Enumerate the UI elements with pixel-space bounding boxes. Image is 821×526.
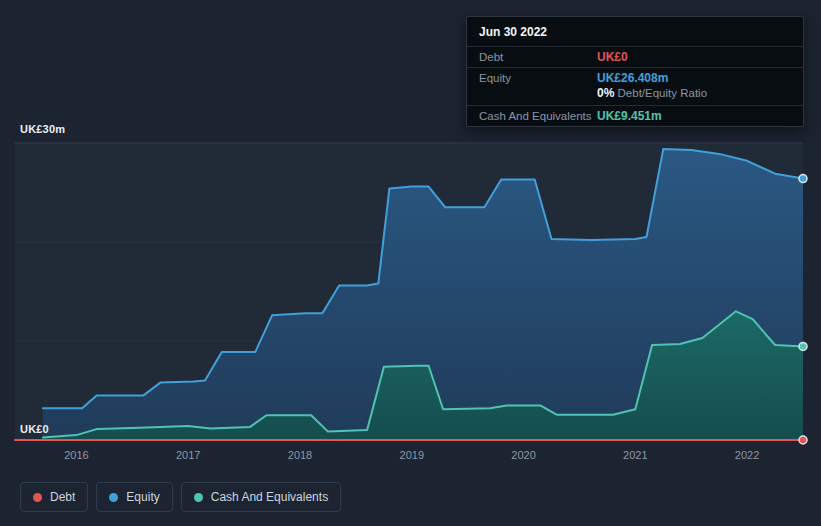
x-tick-label-2021: 2021 bbox=[613, 449, 657, 461]
tooltip-cash-value: UK£9.451m bbox=[597, 109, 791, 123]
cash-and-equivalents-dot-icon bbox=[194, 493, 203, 502]
x-tick-label-2016: 2016 bbox=[54, 449, 98, 461]
debt-equity-history-chart: UK£30m UK£0 2016201720182019202020212022… bbox=[0, 0, 821, 526]
tooltip-row-cash: Cash And Equivalents UK£9.451m bbox=[467, 105, 803, 126]
tooltip-debt-value: UK£0 bbox=[597, 50, 791, 64]
debt-dot-icon bbox=[33, 493, 42, 502]
equity-end-marker[interactable] bbox=[799, 175, 807, 183]
y-axis-zero-label: UK£0 bbox=[20, 423, 49, 435]
tooltip-debt-equity-ratio: 0% Debt/Equity Ratio bbox=[597, 85, 791, 102]
tooltip-date: Jun 30 2022 bbox=[467, 17, 803, 46]
x-tick-label-2022: 2022 bbox=[725, 449, 769, 461]
x-tick-label-2017: 2017 bbox=[166, 449, 210, 461]
legend-item-cash-and-equivalents[interactable]: Cash And Equivalents bbox=[181, 482, 341, 512]
equity-dot-icon bbox=[109, 493, 118, 502]
chart-tooltip: Jun 30 2022 Debt UK£0 Equity UK£26.408m … bbox=[466, 16, 804, 127]
x-tick-label-2018: 2018 bbox=[278, 449, 322, 461]
legend-label: Equity bbox=[126, 490, 159, 504]
debt-end-marker[interactable] bbox=[799, 436, 807, 444]
chart-legend: DebtEquityCash And Equivalents bbox=[20, 482, 341, 512]
x-tick-label-2019: 2019 bbox=[390, 449, 434, 461]
ratio-label: Debt/Equity Ratio bbox=[618, 87, 708, 99]
tooltip-equity-label: Equity bbox=[479, 72, 597, 84]
ratio-value: 0% bbox=[597, 86, 614, 100]
legend-label: Debt bbox=[50, 490, 75, 504]
tooltip-cash-label: Cash And Equivalents bbox=[479, 110, 597, 122]
legend-item-debt[interactable]: Debt bbox=[20, 482, 88, 512]
legend-item-equity[interactable]: Equity bbox=[96, 482, 172, 512]
tooltip-row-debt: Debt UK£0 bbox=[467, 46, 803, 67]
x-tick-label-2020: 2020 bbox=[502, 449, 546, 461]
y-axis-max-label: UK£30m bbox=[20, 123, 65, 135]
cash-and-equivalents-end-marker[interactable] bbox=[799, 342, 807, 350]
legend-label: Cash And Equivalents bbox=[211, 490, 328, 504]
tooltip-equity-value: UK£26.408m bbox=[597, 71, 791, 85]
tooltip-debt-label: Debt bbox=[479, 51, 597, 63]
tooltip-row-equity: Equity UK£26.408m 0% Debt/Equity Ratio bbox=[467, 67, 803, 105]
